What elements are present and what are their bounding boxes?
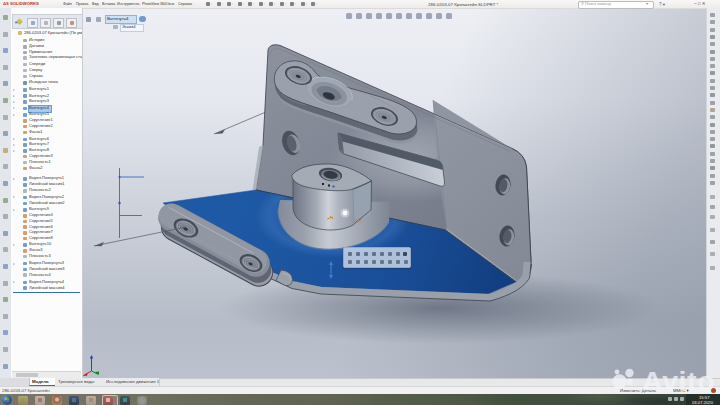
svg-text:Avito: Avito <box>642 366 715 395</box>
